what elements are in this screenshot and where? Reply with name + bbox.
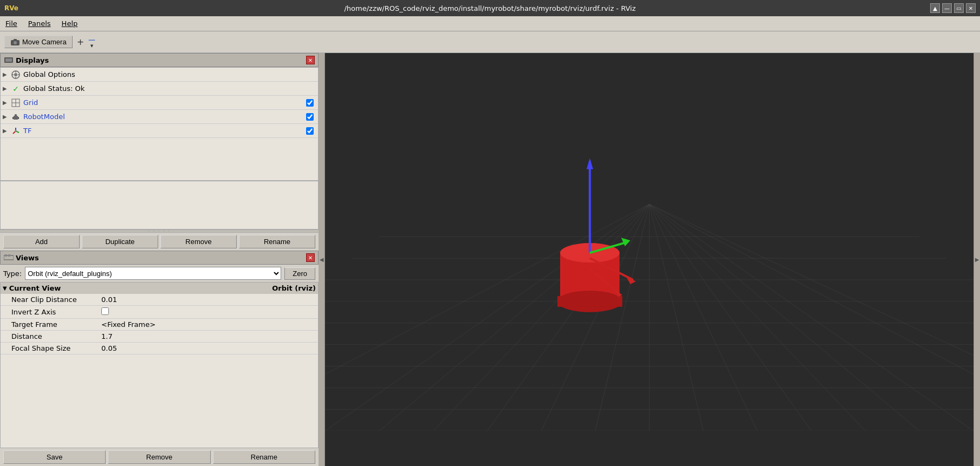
near-clip-label: Near Clip Distance	[1, 294, 98, 305]
views-row-focal-shape: Focal Shape Size 0.05	[1, 343, 318, 355]
target-frame-label: Target Frame	[1, 319, 98, 330]
right-collapse-handle[interactable]: ▶	[973, 53, 980, 466]
move-camera-button[interactable]: Move Camera	[4, 36, 73, 48]
views-panel-close[interactable]: ✕	[306, 253, 315, 262]
menu-panels[interactable]: Panels	[25, 18, 54, 29]
views-table: ▼ Current View Orbit (rviz) Near Clip Di…	[0, 282, 319, 448]
type-select[interactable]: Orbit (rviz_default_plugins)	[25, 267, 281, 280]
views-panel-icon	[4, 254, 14, 261]
duplicate-button[interactable]: Duplicate	[82, 235, 158, 248]
tf-label: TF	[23, 127, 306, 135]
displays-panel: Displays ✕ ▶	[0, 53, 319, 251]
minimize-button[interactable]: ▲	[930, 3, 940, 13]
display-item-global-status[interactable]: ▶ ✓ Global Status: Ok	[1, 82, 318, 96]
add-button[interactable]: Add	[3, 235, 80, 248]
distance-label: Distance	[1, 331, 98, 342]
left-panel: Displays ✕ ▶	[0, 53, 319, 466]
rename-button[interactable]: Rename	[239, 235, 315, 248]
svg-rect-23	[5, 254, 7, 257]
svg-point-21	[15, 130, 17, 132]
svg-rect-2	[14, 39, 17, 41]
displays-panel-title: Displays	[16, 56, 49, 64]
app-logo: RVe	[4, 4, 18, 12]
current-view-label: Current View	[9, 284, 61, 292]
display-item-robot-model[interactable]: ▶ RobotModel	[1, 110, 318, 124]
left-collapse-handle[interactable]: ◀	[319, 53, 325, 466]
invert-z-value	[98, 306, 318, 318]
minus-dropdown-arrow: ▼	[90, 44, 93, 48]
displays-panel-icon	[4, 56, 14, 64]
restore-button[interactable]: ▭	[954, 3, 964, 13]
close-button[interactable]: ✕	[966, 3, 976, 13]
tf-arrow[interactable]: ▶	[3, 128, 10, 134]
type-row: Type: Orbit (rviz_default_plugins) Zero	[0, 265, 319, 282]
views-rename-button[interactable]: Rename	[213, 450, 315, 464]
toolbar: Move Camera + — ▼	[0, 31, 980, 53]
views-save-button[interactable]: Save	[3, 450, 106, 464]
tf-icon	[10, 126, 21, 136]
robot-model-arrow[interactable]: ▶	[3, 114, 10, 120]
robot-model-icon	[10, 112, 21, 122]
add-tool-button[interactable]: +	[77, 37, 84, 47]
window-title: /home/zzw/ROS_code/rviz_demo/install/myr…	[344, 4, 635, 12]
invert-z-label: Invert Z Axis	[1, 306, 98, 318]
viewport-grid-svg	[325, 53, 973, 431]
menu-file[interactable]: File	[2, 18, 21, 29]
remove-tool-button[interactable]: — ▼	[88, 36, 95, 48]
display-item-grid[interactable]: ▶ Grid	[1, 96, 318, 110]
current-view-type: Orbit (rviz)	[272, 284, 316, 292]
views-panel-title: Views	[16, 254, 39, 262]
displays-panel-header: Displays ✕	[0, 53, 319, 67]
svg-rect-4	[5, 58, 12, 62]
displays-buttons-row: Add Duplicate Remove Rename	[0, 233, 319, 251]
left-collapse-icon: ◀	[320, 257, 324, 262]
svg-rect-24	[8, 254, 10, 257]
maximize-button[interactable]: —	[942, 3, 952, 13]
views-row-invert-z: Invert Z Axis	[1, 306, 318, 319]
views-section-header[interactable]: ▼ Current View Orbit (rviz)	[1, 283, 318, 294]
svg-rect-15	[15, 114, 17, 116]
global-options-arrow[interactable]: ▶	[3, 71, 10, 77]
views-row-target-frame: Target Frame <Fixed Frame>	[1, 319, 318, 331]
views-row-near-clip: Near Clip Distance 0.01	[1, 294, 318, 306]
svg-rect-14	[14, 116, 18, 120]
grid-label: Grid	[23, 99, 306, 107]
global-options-label: Global Options	[23, 70, 316, 78]
display-item-tf[interactable]: ▶ TF	[1, 124, 318, 138]
grid-arrow[interactable]: ▶	[3, 100, 10, 106]
remove-button[interactable]: Remove	[160, 235, 237, 248]
window-controls[interactable]: ▲ — ▭ ✕	[930, 3, 976, 13]
move-camera-label: Move Camera	[22, 38, 67, 46]
views-remove-button[interactable]: Remove	[108, 450, 210, 464]
title-bar: RVe /home/zzw/ROS_code/rviz_demo/install…	[0, 0, 980, 16]
svg-rect-56	[557, 296, 622, 307]
displays-panel-title-area: Displays	[4, 56, 49, 64]
camera-icon	[10, 38, 20, 46]
3d-viewport[interactable]	[325, 53, 973, 466]
invert-z-checkbox[interactable]	[101, 307, 109, 315]
global-status-icon: ✓	[10, 84, 21, 94]
views-panel-title-area: Views	[4, 254, 39, 262]
main-content: Displays ✕ ▶	[0, 53, 980, 466]
zero-button[interactable]: Zero	[284, 267, 315, 280]
views-section-arrow[interactable]: ▼	[3, 285, 7, 291]
properties-area	[0, 181, 319, 229]
views-buttons-row: Save Remove Rename	[0, 448, 319, 466]
tf-checkbox[interactable]	[306, 127, 314, 135]
svg-point-6	[14, 73, 17, 76]
focal-shape-value: 0.05	[98, 343, 318, 354]
global-status-arrow[interactable]: ▶	[3, 86, 10, 91]
right-collapse-icon: ▶	[975, 257, 979, 262]
grid-icon	[10, 98, 21, 108]
global-options-icon	[10, 70, 21, 80]
menu-bar: File Panels Help	[0, 16, 980, 31]
robot-model-checkbox[interactable]	[306, 113, 314, 121]
svg-point-1	[14, 41, 17, 44]
type-label: Type:	[3, 270, 22, 278]
grid-checkbox[interactable]	[306, 99, 314, 107]
robot-model-label: RobotModel	[23, 113, 306, 121]
displays-panel-close[interactable]: ✕	[306, 56, 315, 64]
menu-help[interactable]: Help	[59, 18, 81, 29]
global-status-label: Global Status: Ok	[23, 84, 316, 93]
display-item-global-options[interactable]: ▶ Global Options	[1, 68, 318, 82]
